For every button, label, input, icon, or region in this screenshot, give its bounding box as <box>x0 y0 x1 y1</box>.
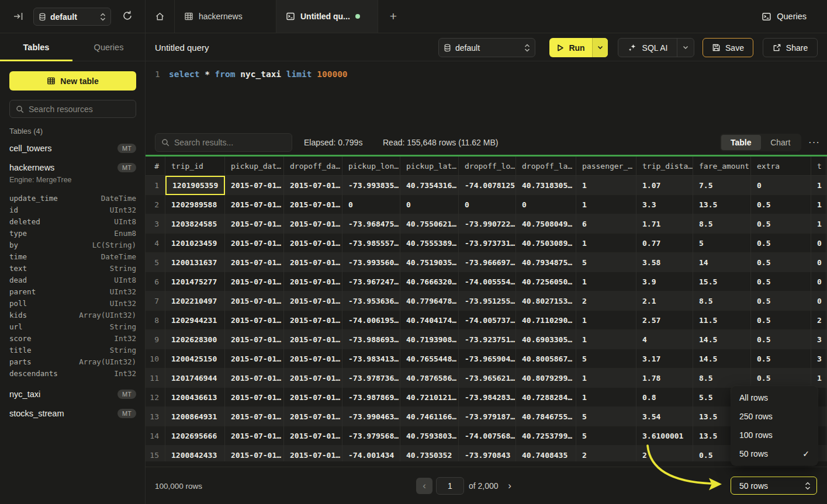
data-cell[interactable]: 40.6903305… <box>516 330 576 349</box>
data-cell[interactable]: 0.8 <box>636 388 693 407</box>
data-cell[interactable]: -73.993835… <box>342 176 400 195</box>
data-cell[interactable]: 1200436613 <box>165 388 225 407</box>
data-cell[interactable]: 40.7210121… <box>400 388 459 407</box>
data-cell[interactable]: 1 <box>576 388 636 407</box>
data-cell[interactable]: -73.984283… <box>459 388 516 407</box>
data-cell[interactable]: 1.07 <box>636 176 693 195</box>
sidebar-tab-tables[interactable]: Tables <box>0 33 72 61</box>
data-cell[interactable]: 0 <box>400 195 459 214</box>
column-header[interactable]: passenger_… <box>576 157 636 176</box>
collapse-sidebar-icon[interactable] <box>13 11 23 22</box>
data-cell[interactable]: 8.5 <box>693 369 751 388</box>
data-cell[interactable]: 5 <box>576 349 636 369</box>
data-cell[interactable]: 13.5 <box>693 195 751 214</box>
row-number-cell[interactable]: 7 <box>146 291 165 311</box>
data-cell[interactable]: 40.7354316… <box>400 176 459 195</box>
page-size-option[interactable]: 250 rows <box>731 407 818 426</box>
data-cell[interactable]: 2015-07-01… <box>284 234 342 253</box>
data-cell[interactable]: 1202628300 <box>165 330 225 349</box>
data-cell[interactable]: 2015-07-01… <box>225 253 284 272</box>
data-cell[interactable]: 1 <box>811 195 826 214</box>
data-cell[interactable]: 40.7350352 <box>400 446 459 461</box>
data-cell[interactable]: -73.965904… <box>459 349 516 369</box>
data-cell[interactable]: -73.951255… <box>459 291 516 311</box>
data-cell[interactable]: 2 <box>811 311 826 330</box>
data-cell[interactable]: 1 <box>576 195 636 214</box>
data-cell[interactable]: 2015-07-01… <box>225 407 284 426</box>
data-cell[interactable]: 40.7593803… <box>400 426 459 446</box>
data-cell[interactable]: 1202989588 <box>165 195 225 214</box>
data-cell[interactable]: -74.0078125 <box>459 176 516 195</box>
data-cell[interactable]: 5 <box>693 234 751 253</box>
data-cell[interactable]: 2 <box>576 291 636 311</box>
data-cell[interactable]: -73.973731… <box>459 234 516 253</box>
data-cell[interactable]: 3.3 <box>636 195 693 214</box>
new-tab-button[interactable]: + <box>378 0 409 33</box>
data-cell[interactable]: 2015-07-01… <box>284 407 342 426</box>
data-cell[interactable]: 1201746944 <box>165 369 225 388</box>
sidebar-tab-queries[interactable]: Queries <box>72 33 145 61</box>
data-cell[interactable]: 2015-07-01… <box>284 426 342 446</box>
row-number-cell[interactable]: 10 <box>146 349 165 369</box>
data-cell[interactable]: 5 <box>576 407 636 426</box>
column-header[interactable]: dropoff_la… <box>516 157 576 176</box>
row-number-cell[interactable]: 9 <box>146 330 165 349</box>
sql-editor[interactable]: 1 select * from nyc_taxi limit 100000 <box>146 61 827 131</box>
data-cell[interactable]: 1 <box>576 176 636 195</box>
data-cell[interactable]: 0.5 <box>751 253 811 272</box>
page-size-option[interactable]: 100 rows <box>731 426 818 444</box>
data-cell[interactable]: -73.990722… <box>459 214 516 234</box>
data-cell[interactable]: -73.966697… <box>459 253 516 272</box>
data-cell[interactable]: 14.5 <box>693 330 751 349</box>
data-cell[interactable]: -73.968475… <box>342 214 400 234</box>
data-cell[interactable]: 1 <box>576 369 636 388</box>
data-cell[interactable]: 40.7876586… <box>400 369 459 388</box>
data-cell[interactable]: 2015-07-01… <box>284 272 342 291</box>
sql-ai-chevron[interactable] <box>677 39 694 57</box>
row-number-cell[interactable]: 1 <box>146 176 165 195</box>
data-cell[interactable]: 0.5 <box>751 311 811 330</box>
data-cell[interactable]: -73.978736… <box>342 369 400 388</box>
data-cell[interactable]: -73.993560… <box>342 253 400 272</box>
new-table-button[interactable]: New table <box>9 71 136 91</box>
data-cell[interactable]: 2015-07-01… <box>284 311 342 330</box>
data-cell[interactable]: 2 <box>576 446 636 461</box>
row-number-cell[interactable]: 3 <box>146 214 165 234</box>
column-header[interactable]: trip_dista… <box>636 157 693 176</box>
data-cell[interactable]: 6 <box>576 214 636 234</box>
row-number-cell[interactable]: 8 <box>146 311 165 330</box>
more-options-icon[interactable]: ··· <box>806 134 822 151</box>
data-cell[interactable]: -73.923751… <box>459 330 516 349</box>
data-cell[interactable]: 0.5 <box>751 369 811 388</box>
data-cell[interactable]: -73.979187… <box>459 407 516 426</box>
data-cell[interactable]: 2015-07-01… <box>225 349 284 369</box>
data-cell[interactable]: 40.7288284… <box>516 388 576 407</box>
row-number-cell[interactable]: 2 <box>146 195 165 214</box>
sidebar-table-hackernews[interactable]: hackernews MT <box>0 161 146 174</box>
data-cell[interactable]: 1.78 <box>636 369 693 388</box>
data-cell[interactable]: 2015-07-01… <box>284 349 342 369</box>
queries-top-button[interactable]: Queries <box>762 0 807 33</box>
data-cell[interactable]: 2015-07-01… <box>284 330 342 349</box>
data-cell[interactable]: 1200131637 <box>165 253 225 272</box>
data-cell[interactable]: 0 <box>811 272 826 291</box>
data-cell[interactable]: 40.7193908… <box>400 330 459 349</box>
data-cell[interactable]: 40.7519035… <box>400 253 459 272</box>
data-cell[interactable]: -74.005737… <box>459 311 516 330</box>
data-cell[interactable]: 3.9 <box>636 272 693 291</box>
data-cell[interactable]: 40.7796478… <box>400 291 459 311</box>
data-cell[interactable]: 5 <box>576 426 636 446</box>
row-number-cell[interactable]: 5 <box>146 253 165 272</box>
data-cell[interactable]: -73.965621… <box>459 369 516 388</box>
data-cell[interactable]: -73.983413… <box>342 349 400 369</box>
data-cell[interactable]: 2015-07-01… <box>225 330 284 349</box>
data-cell[interactable]: 1 <box>811 176 826 195</box>
data-cell[interactable]: 1 <box>576 311 636 330</box>
data-cell[interactable]: 0 <box>342 195 400 214</box>
data-cell[interactable]: 2015-07-01… <box>284 253 342 272</box>
data-cell[interactable]: 2015-07-01… <box>284 214 342 234</box>
data-cell[interactable]: 2015-07-01… <box>225 214 284 234</box>
data-cell[interactable]: 14 <box>693 253 751 272</box>
next-page-button[interactable]: › <box>503 478 517 494</box>
tab-hackernews[interactable]: hackernews <box>175 0 276 33</box>
